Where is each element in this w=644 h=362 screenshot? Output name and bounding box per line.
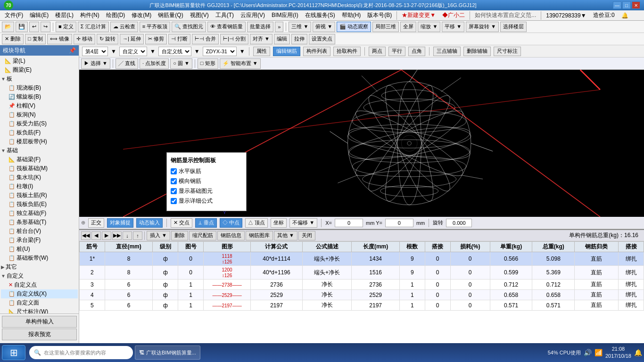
tb-pan[interactable]: 平移 ▼ bbox=[442, 22, 464, 32]
volume-icon[interactable]: 🔊 bbox=[584, 349, 592, 356]
menu-version[interactable]: 版本号(B) bbox=[364, 10, 395, 20]
sidebar-item-floor-band[interactable]: 📋 楼层板带(H) bbox=[1, 137, 78, 146]
maximize-btn[interactable]: □ bbox=[622, 1, 631, 9]
tb-edit-props[interactable]: 编辑 bbox=[274, 34, 290, 44]
tb-rotate-screen[interactable]: 屏幕旋转 ▼ bbox=[466, 22, 499, 32]
line-select[interactable]: 自定义线 bbox=[158, 47, 191, 56]
report-preview-btn[interactable]: 报表预览 bbox=[2, 329, 77, 340]
y-input[interactable] bbox=[385, 219, 413, 227]
checkbox-transverse-bar[interactable]: 横向钢筋 bbox=[171, 177, 242, 185]
sidebar-item-custom-face[interactable]: 📋 自定义面 bbox=[1, 298, 78, 307]
sidebar-item-col-pier[interactable]: 📋 柱墩(I) bbox=[1, 182, 78, 191]
search-input[interactable] bbox=[44, 350, 128, 355]
tb-fullscreen[interactable]: 全屏 bbox=[400, 22, 416, 32]
sidebar-item-custom-line[interactable]: 📋 自定义线(X) bbox=[1, 289, 78, 298]
single-component-input-btn[interactable]: 单构件输入 bbox=[2, 316, 77, 328]
sidebar-item-custom-point[interactable]: ✕ 自定义点 bbox=[1, 280, 78, 289]
sidebar-item-custom-group[interactable]: ▼ 自定义 bbox=[1, 272, 78, 280]
sidebar-item-isolated-foundation[interactable]: 📋 独立基础(F) bbox=[1, 209, 78, 218]
tb-open[interactable]: 📂 bbox=[2, 22, 14, 32]
tb-rotate[interactable]: ↻ 旋转 bbox=[97, 34, 118, 44]
two-points-btn[interactable]: 两点 bbox=[369, 47, 386, 56]
sidebar-item-beam[interactable]: 📐 梁(L) bbox=[1, 57, 78, 66]
menu-floor[interactable]: 楼层(L) bbox=[52, 10, 76, 20]
tb-mirror[interactable]: ⟺ 镜像 bbox=[47, 34, 72, 44]
rebar-info-btn[interactable]: 钢筋信息 bbox=[217, 231, 245, 240]
sidebar-item-dim[interactable]: 📐 尺寸标注(W) bbox=[1, 307, 78, 313]
menu-bim[interactable]: BIM应用(I) bbox=[269, 10, 301, 20]
vertex-btn[interactable]: △ 顶点 bbox=[245, 218, 268, 228]
tb-undo[interactable]: ↩ bbox=[29, 22, 39, 32]
draw-point-len-btn[interactable]: · 点加长度 bbox=[140, 58, 169, 69]
draw-rect-btn[interactable]: □ 矩形 bbox=[198, 58, 218, 69]
nav-last-btn[interactable]: ▶▶ bbox=[112, 231, 122, 240]
checkbox-show-formula[interactable]: 显示详细公式 bbox=[171, 197, 242, 205]
start-button[interactable]: ⊞ bbox=[2, 345, 25, 360]
sidebar-item-foundation-beam[interactable]: 📐 基础梁(F) bbox=[1, 155, 78, 164]
tb-delete[interactable]: ✕ 删除 bbox=[2, 34, 24, 44]
menu-price-bean[interactable]: 造价豆:0 bbox=[590, 10, 618, 20]
menu-view[interactable]: 视图(V) bbox=[187, 10, 212, 20]
menu-bell[interactable]: 🔔 bbox=[619, 11, 631, 20]
search-bar[interactable]: 🔍 bbox=[29, 346, 133, 359]
tb-merge[interactable]: ⊢⊣ 合并 bbox=[192, 34, 219, 44]
menu-new-change[interactable]: ★新建变更▼ bbox=[399, 10, 438, 20]
nav-up-btn[interactable]: ↑ bbox=[133, 231, 142, 240]
tb-zoom[interactable]: 缩放 ▼ bbox=[418, 22, 440, 32]
menu-guangxiao[interactable]: ◆广小二 bbox=[439, 10, 468, 20]
menu-cloud[interactable]: 云应用(V) bbox=[238, 10, 268, 20]
type-select[interactable]: 自定义 bbox=[119, 47, 147, 56]
menu-phone[interactable]: 13907298339▼ bbox=[543, 11, 589, 20]
sidebar-item-ring-beam[interactable]: 📐 圈梁(E) bbox=[1, 66, 78, 74]
rotate-input[interactable] bbox=[446, 219, 472, 227]
point-angle-btn[interactable]: 点角 bbox=[408, 47, 425, 56]
dim-mark-btn[interactable]: 尺寸标注 bbox=[494, 47, 521, 56]
draw-select-btn[interactable]: ▶ 选择 ▼ bbox=[81, 58, 110, 69]
tb-find[interactable]: 🔍 查找图元 bbox=[172, 22, 206, 32]
table-row[interactable]: 46ф1——2529——2529净长25291000.6580.658直筋绑扎 bbox=[80, 290, 644, 300]
draw-circle-btn[interactable]: ○ 圆 ▼ bbox=[170, 58, 192, 69]
tb-extend[interactable]: →| 延伸 bbox=[120, 34, 144, 44]
network-icon[interactable]: 📶 bbox=[594, 349, 603, 356]
tb-batch-select[interactable]: 批量选择 bbox=[247, 22, 273, 32]
tb-save[interactable]: 💾 bbox=[16, 22, 28, 32]
menu-online[interactable]: 在线服务(S) bbox=[302, 10, 338, 20]
tb-view-top[interactable]: 俯视 ▼ bbox=[313, 22, 335, 32]
tb-break[interactable]: ⊣ 打断 bbox=[168, 34, 190, 44]
sidebar-item-pile-cap[interactable]: 📋 桩台台(V) bbox=[1, 227, 78, 236]
close-btn[interactable]: ✕ bbox=[632, 1, 640, 9]
tb-stretch[interactable]: 拉伸 bbox=[291, 34, 307, 44]
tb-view-rebar[interactable]: 👁 查看钢筋量 bbox=[207, 22, 246, 32]
rebar-library-btn[interactable]: 钢筋图库 bbox=[246, 231, 273, 240]
component-list-btn[interactable]: 构件列表 bbox=[303, 47, 330, 56]
sidebar-item-strip-foundation[interactable]: 📋 条形基础(T) bbox=[1, 218, 78, 227]
nav-next-btn[interactable]: ▶ bbox=[102, 231, 111, 240]
sidebar-pin[interactable]: 📌 bbox=[69, 47, 76, 54]
sidebar-item-raft-neg-bar[interactable]: 📋 筏板负筋(E) bbox=[1, 200, 78, 209]
close-panel-btn[interactable]: 关闭 bbox=[298, 231, 315, 240]
cb-transverse-bar[interactable] bbox=[171, 178, 177, 184]
nav-down-btn[interactable]: ↓ bbox=[123, 231, 132, 240]
table-row[interactable]: 56ф1——2197——2197净长21971000.5710.571直筋绑扎 bbox=[80, 300, 644, 311]
insert-btn[interactable]: 插入 ▼ bbox=[147, 231, 170, 240]
sidebar-item-slab-group[interactable]: ▼ 板 bbox=[1, 74, 78, 83]
menu-help[interactable]: 帮助(H) bbox=[339, 10, 364, 20]
cb-show-element[interactable] bbox=[171, 188, 177, 194]
tb-align-top[interactable]: ≡ 平齐板顶 bbox=[140, 22, 170, 32]
cb-horizontal-bar[interactable] bbox=[171, 168, 177, 174]
tb-dynamic-view[interactable]: 🎬 动态观察 bbox=[337, 22, 371, 32]
object-snap-btn[interactable]: 对象捕捉 bbox=[107, 218, 133, 228]
tb-set-grip[interactable]: 设置夹点 bbox=[309, 34, 335, 44]
tb-move[interactable]: ✛ 移动 bbox=[74, 34, 95, 44]
nav-prev-btn[interactable]: ◀ bbox=[91, 231, 101, 240]
nav-first-btn[interactable]: ◀◀ bbox=[81, 231, 91, 240]
sidebar-item-cap-beam[interactable]: 📋 承台梁(F) bbox=[1, 236, 78, 245]
others-expand[interactable]: ▶ bbox=[1, 264, 5, 270]
tb-trim[interactable]: ✂ 修剪 bbox=[145, 34, 167, 44]
tb-copy[interactable]: □ 复制 bbox=[25, 34, 46, 44]
tb-align[interactable]: 对齐 ▼ bbox=[250, 34, 272, 44]
sidebar-item-raft-top-bar[interactable]: 📋 筏板土筋(R) bbox=[1, 191, 78, 200]
tb-more[interactable]: » bbox=[275, 22, 283, 32]
menu-draw[interactable]: 绘图(D) bbox=[103, 10, 128, 20]
perpendicular-btn[interactable]: ⊥ 垂点 bbox=[195, 218, 217, 228]
